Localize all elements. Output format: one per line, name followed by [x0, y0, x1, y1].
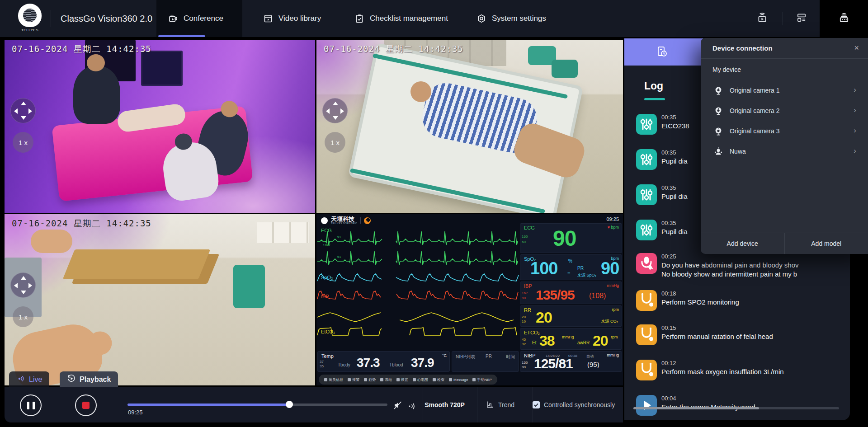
pan-up-arrow-icon[interactable] [21, 276, 26, 280]
tables-prop [63, 249, 211, 279]
person-prop [73, 66, 120, 124]
pan-left-arrow-icon[interactable] [326, 108, 330, 114]
tab-checklist-management[interactable]: Checklist management [343, 0, 460, 37]
log-horizontal-scrollbar[interactable] [633, 407, 839, 409]
checklist-icon [354, 14, 364, 23]
taskbar-item[interactable]: 检查 [433, 377, 444, 382]
sync-control: Controlled synchronously [533, 387, 615, 422]
hr-value: 90 [553, 228, 576, 249]
taskbar-item[interactable]: 冻结 [380, 377, 392, 382]
layout-button[interactable] [789, 0, 814, 37]
tab-video-library[interactable]: Video library [251, 0, 333, 37]
monitor-clock: 09:25 [606, 216, 619, 222]
tellyes-monitor-logo-icon [321, 217, 328, 224]
log-entry[interactable]: 00:25 Do you have abdominal pain and blo… [624, 253, 850, 294]
awrr-value: 20 [593, 333, 608, 348]
pan-right-arrow-icon[interactable] [340, 108, 344, 114]
add-device-button[interactable]: Add device [701, 233, 784, 254]
trend-button[interactable]: Trend [477, 387, 523, 422]
log-entry[interactable]: 00:12 Perform mask oxygen insufflation 3… [624, 360, 850, 391]
camera-zoom-badge[interactable]: 1 x [13, 306, 33, 327]
close-icon[interactable]: × [854, 43, 859, 53]
add-model-button[interactable]: Add model [784, 233, 868, 254]
sync-label: Controlled synchronously [544, 401, 615, 408]
device-connection-panel: Device connection × My device Original c… [701, 38, 868, 254]
pan-up-arrow-icon[interactable] [21, 102, 26, 105]
camera-zoom-badge[interactable]: 1 x [13, 132, 33, 153]
top-nav: TELLYES ClassGo Vision360 2.0 Conference [0, 0, 868, 37]
device-item-original-camera-1[interactable]: Original camera 1 › [701, 81, 868, 100]
video-feed-delivery-room[interactable]: 07-16-2024 星期二 14:42:35 1 x [5, 40, 315, 213]
taskbar-item[interactable]: 病员信息 [324, 377, 343, 382]
taskbar-item[interactable]: 心电图 [413, 377, 428, 382]
webcam-icon [713, 86, 723, 98]
device-item-original-camera-2[interactable]: Original camera 2 › [701, 102, 868, 121]
log-entry[interactable]: 00:18 Perform SPO2 monitoring [624, 290, 850, 322]
screencast-button[interactable] [750, 0, 775, 37]
stop-record-button[interactable] [75, 394, 97, 416]
record-square-icon [82, 402, 90, 409]
video-library-icon [263, 14, 273, 23]
procedure-icon [636, 324, 657, 345]
logo-brand-text: TELLYES [16, 28, 43, 32]
device-item-original-camera-3[interactable]: Original camera 3 › [701, 122, 868, 141]
taskbar-item[interactable]: Message [449, 378, 468, 382]
device-item-nuwa[interactable]: Nuwa › [701, 142, 868, 161]
patient-monitor-feed[interactable]: 天堰科技 TELLYES SCIENTIFIC 09:25 ECG x1 x1 … [316, 214, 623, 385]
pause-button[interactable] [20, 394, 42, 416]
quality-selector[interactable]: Smooth 720P [420, 387, 469, 422]
progress-handle[interactable] [286, 401, 293, 408]
pan-left-arrow-icon[interactable] [14, 108, 18, 114]
monitor-taskbar[interactable]: 病员信息 报警 趋势 冻结 设置 心电图 检查 Message 手动NBP [319, 375, 497, 385]
ibp-mean: (108) [589, 292, 606, 300]
tab-checklist-label: Checklist management [370, 14, 448, 23]
camera-pan-control[interactable] [10, 272, 36, 298]
spo2-value: 100 [530, 260, 557, 277]
nibp-list-tile: NIBP列表 PR 时间 [452, 351, 519, 372]
pan-down-arrow-icon[interactable] [333, 116, 338, 120]
camera-zoom-badge[interactable]: 1 x [325, 132, 345, 153]
logo-icon [18, 4, 42, 27]
pan-up-arrow-icon[interactable] [333, 102, 338, 105]
tblood-value: 37.9 [411, 357, 434, 369]
sync-checkbox[interactable] [533, 401, 540, 408]
pan-left-arrow-icon[interactable] [14, 283, 18, 288]
camera-pan-control[interactable] [10, 98, 36, 123]
taskbar-item[interactable]: 报警 [348, 377, 359, 382]
scrollbar-thumb[interactable] [633, 407, 759, 409]
tab-system-settings[interactable]: System settings [465, 0, 558, 37]
etco2-value: 38 [539, 333, 555, 348]
video-feed-skills-lab[interactable]: 07-16-2024 星期二 14:42:35 1 x [5, 214, 315, 385]
sound-waves-icon[interactable] [407, 401, 417, 413]
pan-down-arrow-icon[interactable] [21, 291, 26, 294]
voice-dialog-icon [636, 253, 657, 274]
wave-mv-label: 1mV [323, 243, 330, 247]
taskbar-item[interactable]: 手动NBP [472, 377, 491, 382]
camera-pan-control[interactable] [322, 98, 348, 123]
tab-live[interactable]: Live [9, 371, 49, 387]
video-feed-ward[interactable]: 07-16-2024 星期二 14:42:35 1 x [316, 40, 623, 213]
playback-progress-slider[interactable] [127, 404, 387, 406]
tab-playback-label: Playback [80, 375, 111, 384]
ibp-tile: IBP mmHg 167 90 135/95 (108) [520, 282, 622, 304]
pan-right-arrow-icon[interactable] [28, 108, 32, 114]
device-drawer-icon [838, 11, 850, 26]
device-connection-button[interactable] [820, 0, 868, 37]
webcam-icon [713, 106, 723, 118]
mute-icon[interactable] [392, 400, 403, 413]
pan-right-arrow-icon[interactable] [28, 283, 32, 288]
webcam-icon [713, 127, 723, 138]
manikin-prop [31, 230, 72, 253]
taskbar-item[interactable]: 设置 [396, 377, 408, 382]
log-report-icon [655, 45, 669, 61]
tab-conference[interactable]: Conference [156, 0, 242, 37]
live-broadcast-icon [16, 374, 25, 385]
monitor-brand-name: 天堰科技 [331, 216, 357, 222]
wave-gain-label: x1 [337, 235, 341, 239]
pan-down-arrow-icon[interactable] [21, 116, 26, 120]
taskbar-item[interactable]: 趋势 [364, 377, 376, 382]
tab-playback[interactable]: Playback [60, 371, 118, 387]
tab-live-label: Live [29, 375, 42, 384]
log-entry[interactable]: 00:15 Perform manual ratation of felal h… [624, 324, 850, 356]
rr-value: 20 [536, 310, 552, 325]
